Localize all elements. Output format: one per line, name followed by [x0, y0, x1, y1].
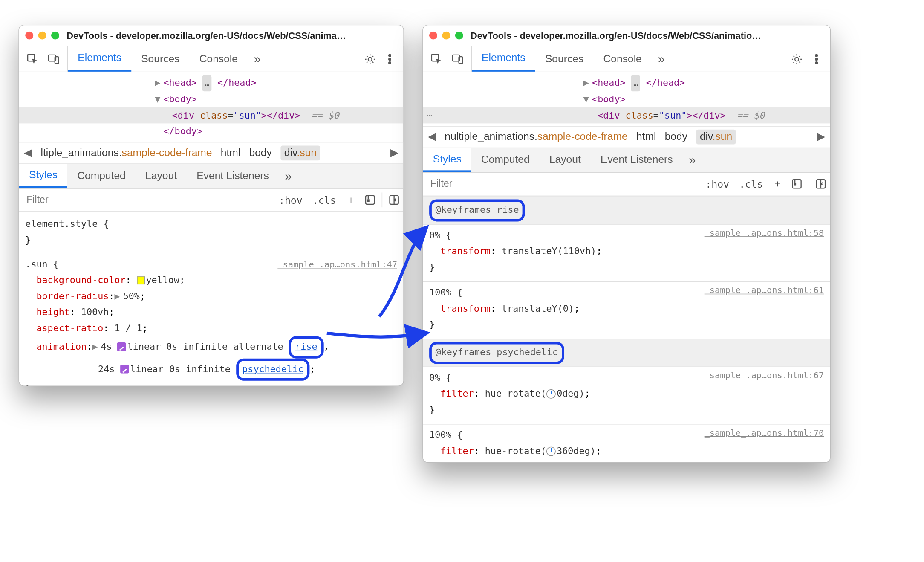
main-toolbar: Elements Sources Console » — [19, 46, 403, 72]
computed-toggle-icon[interactable] — [389, 194, 400, 206]
angle-editor-icon[interactable] — [546, 389, 556, 398]
dom-tree[interactable]: ▶<head> … </head> ▼<body> ⋯ <div class="… — [423, 72, 830, 125]
tabs-overflow-icon[interactable]: » — [248, 52, 267, 66]
keyframes-link-rise[interactable]: rise — [295, 341, 317, 352]
styles-tab-computed[interactable]: Computed — [67, 164, 136, 188]
styles-tab-layout[interactable]: Layout — [540, 148, 591, 172]
titlebar: DevTools - developer.mozilla.org/en-US/d… — [423, 25, 830, 46]
settings-icon[interactable] — [791, 53, 803, 65]
source-link[interactable]: _sample_.ap…ons.html:58 — [705, 224, 824, 240]
new-style-rule-icon[interactable]: ＋ — [768, 177, 788, 190]
source-link[interactable]: _sample_.ap…ons.html:47 — [277, 256, 397, 272]
filter-input[interactable] — [423, 178, 701, 189]
highlight-psychedelic: psychedelic — [236, 358, 310, 380]
highlight-rise: rise — [289, 336, 323, 358]
dom-node-selected[interactable]: ⋯ <div class="sun"></div> == $0 — [423, 107, 830, 123]
breadcrumb-body[interactable]: body — [665, 130, 687, 143]
tab-sources[interactable]: Sources — [535, 46, 594, 72]
styles-tab-event-listeners[interactable]: Event Listeners — [591, 148, 683, 172]
disclosure-triangle-icon[interactable]: ▶ — [114, 288, 123, 304]
devtools-window-left: DevTools - developer.mozilla.org/en-US/d… — [18, 25, 404, 386]
filter-input[interactable] — [19, 194, 274, 206]
styles-tabs-overflow-icon[interactable]: » — [279, 169, 298, 183]
eq-zero-hint: == $0 — [737, 107, 765, 123]
dom-tree[interactable]: ▶<head> … </head> ▼<body> <div class="su… — [19, 72, 403, 142]
row-actions-icon[interactable]: ⋯ — [423, 107, 436, 123]
breadcrumb-selected[interactable]: div.sun — [696, 129, 736, 144]
styles-tab-event-listeners[interactable]: Event Listeners — [187, 164, 279, 188]
disclosure-triangle-icon[interactable]: ▶ — [583, 75, 592, 91]
toggle-hov[interactable]: :hov — [701, 178, 734, 189]
eq-zero-hint: == $0 — [311, 110, 339, 121]
chevron-left-icon[interactable]: ◀ — [24, 146, 32, 159]
dom-node-selected[interactable]: <div class="sun"></div> == $0 — [19, 107, 403, 123]
chevron-right-icon[interactable]: ▶ — [390, 146, 398, 159]
tab-elements[interactable]: Elements — [68, 46, 131, 72]
zoom-icon[interactable] — [455, 32, 463, 40]
styles-tab-styles[interactable]: Styles — [423, 148, 471, 172]
breadcrumb-body[interactable]: body — [249, 147, 271, 159]
more-menu-icon[interactable] — [384, 53, 396, 65]
toggle-hov[interactable]: :hov — [274, 194, 307, 206]
styles-filterbar: :hov .cls ＋ — [19, 188, 403, 212]
breadcrumb-html[interactable]: html — [221, 147, 240, 159]
inspect-icon[interactable] — [430, 53, 443, 65]
tab-console[interactable]: Console — [190, 46, 248, 72]
styles-tab-computed[interactable]: Computed — [471, 148, 540, 172]
angle-editor-icon[interactable] — [546, 446, 556, 456]
tab-sources[interactable]: Sources — [131, 46, 190, 72]
toggle-cls[interactable]: .cls — [734, 178, 768, 189]
tab-console[interactable]: Console — [593, 46, 652, 72]
disclosure-triangle-icon[interactable]: ▼ — [155, 91, 163, 107]
svg-point-6 — [389, 62, 391, 64]
keyframes-link-psychedelic[interactable]: psychedelic — [242, 363, 303, 374]
breadcrumb[interactable]: ◀ nultiple_animations.sample-code-frame … — [423, 125, 830, 148]
close-icon[interactable] — [429, 32, 437, 40]
source-link[interactable]: _sample_.ap…ons.html:70 — [705, 424, 824, 440]
traffic-lights — [25, 32, 59, 40]
svg-point-15 — [816, 58, 818, 60]
breadcrumb[interactable]: ◀ ltiple_animations.sample-code-frame ht… — [19, 142, 403, 164]
ellipsis-badge[interactable]: … — [202, 75, 212, 91]
disclosure-triangle-icon[interactable]: ▼ — [583, 91, 592, 107]
color-swatch-icon[interactable] — [137, 276, 145, 284]
styles-tab-layout[interactable]: Layout — [136, 164, 187, 188]
breadcrumb-html[interactable]: html — [636, 130, 656, 143]
chevron-left-icon[interactable]: ◀ — [428, 130, 436, 143]
breadcrumb-selected[interactable]: div.sun — [280, 145, 321, 160]
rule-sun[interactable]: _sample_.ap…ons.html:47 .sun { backgroun… — [25, 256, 397, 386]
styles-tabs-overflow-icon[interactable]: » — [683, 153, 702, 167]
source-link[interactable]: _sample_.ap…ons.html:67 — [705, 367, 824, 383]
styles-format-icon[interactable] — [791, 178, 803, 189]
breadcrumb-iframe[interactable]: nultiple_animations.sample-code-frame — [445, 130, 627, 143]
rule-element-style[interactable]: element.style { } — [25, 216, 397, 248]
styles-pane[interactable]: element.style { } _sample_.ap…ons.html:4… — [19, 212, 403, 386]
ellipsis-badge[interactable]: … — [631, 75, 641, 91]
inspect-icon[interactable] — [26, 53, 39, 65]
disclosure-triangle-icon[interactable]: ▶ — [92, 339, 101, 355]
zoom-icon[interactable] — [51, 32, 59, 40]
easing-editor-icon[interactable] — [120, 364, 129, 373]
disclosure-triangle-icon[interactable]: ▶ — [155, 75, 163, 91]
chevron-right-icon[interactable]: ▶ — [817, 130, 825, 143]
settings-icon[interactable] — [364, 53, 376, 65]
minimize-icon[interactable] — [442, 32, 450, 40]
device-toolbar-icon[interactable] — [47, 53, 60, 65]
styles-pane[interactable]: @keyframes rise _sample_.ap…ons.html:58 … — [423, 196, 830, 463]
breadcrumb-iframe[interactable]: ltiple_animations.sample-code-frame — [41, 147, 212, 159]
computed-toggle-icon[interactable] — [815, 178, 826, 189]
easing-editor-icon[interactable] — [118, 342, 126, 351]
tab-elements[interactable]: Elements — [472, 46, 535, 72]
svg-point-13 — [795, 57, 799, 61]
source-link[interactable]: _sample_.ap…ons.html:61 — [705, 282, 824, 298]
svg-point-16 — [816, 62, 818, 64]
new-style-rule-icon[interactable]: ＋ — [341, 194, 361, 206]
device-toolbar-icon[interactable] — [451, 53, 464, 65]
close-icon[interactable] — [25, 32, 33, 40]
tabs-overflow-icon[interactable]: » — [652, 52, 671, 66]
toggle-cls[interactable]: .cls — [307, 194, 341, 206]
styles-format-icon[interactable] — [364, 194, 375, 206]
more-menu-icon[interactable] — [810, 53, 823, 65]
styles-tab-styles[interactable]: Styles — [19, 164, 67, 188]
minimize-icon[interactable] — [38, 32, 46, 40]
